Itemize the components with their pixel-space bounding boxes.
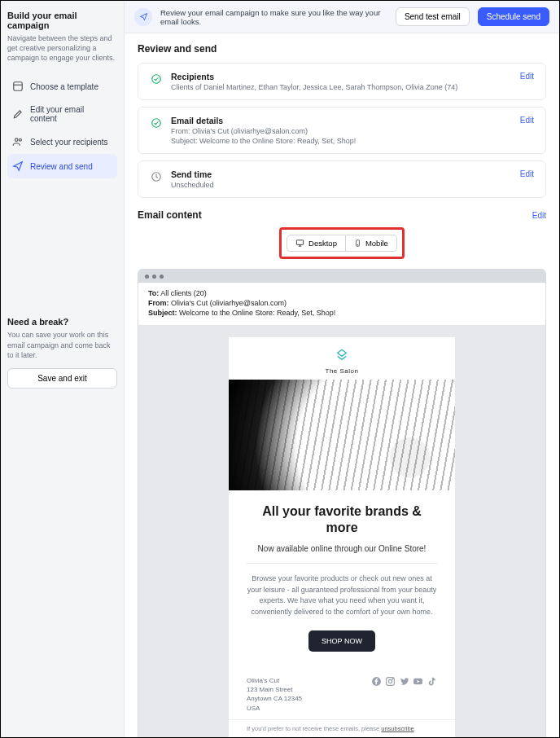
svg-rect-0 [14, 82, 23, 91]
divider [247, 563, 437, 564]
pencil-icon [12, 108, 24, 120]
card-recipients: Recipients Clients of Daniel Martinez, E… [138, 63, 546, 100]
schedule-send-button[interactable]: Schedule send [478, 7, 549, 26]
unsub-text: If you'd prefer to not receive these ema… [247, 725, 381, 732]
addr-name: Olivia's Cut [247, 676, 302, 685]
facebook-icon[interactable] [371, 676, 382, 687]
break-title: Need a break? [7, 317, 117, 327]
from-value: Olivia's Cut (oliviarhye@salon.com) [171, 299, 287, 307]
unsubscribe-line: If you'd prefer to not receive these ema… [229, 719, 455, 737]
template-icon [12, 81, 24, 92]
send-test-email-button[interactable]: Send test email [396, 7, 470, 26]
youtube-icon[interactable] [413, 676, 423, 687]
svg-point-2 [19, 139, 21, 142]
svg-point-12 [392, 679, 393, 679]
desktop-preview-button[interactable]: Desktop [287, 235, 346, 252]
card-title: Recipients [171, 72, 512, 81]
email-headline: All your favorite brands & more [247, 503, 437, 536]
email-canvas: The Salon All your favorite brands & mor… [138, 326, 545, 737]
hero-image [229, 380, 455, 490]
footer-address: Olivia's Cut 123 Main Street Anytown CA … [247, 676, 302, 713]
svg-point-3 [152, 75, 161, 84]
step-choose-template[interactable]: Choose a template [7, 74, 117, 99]
logo-name: The Salon [229, 367, 455, 375]
step-label: Select your recipients [30, 138, 108, 147]
topbar: Review your email campaign to make sure … [125, 1, 559, 33]
step-select-recipients[interactable]: Select your recipients [7, 130, 117, 154]
card-from-line: From: Olivia's Cut (oliviarhye@salon.com… [171, 127, 512, 135]
preview-frame: To: All clients (20) From: Olivia's Cut … [138, 269, 546, 737]
sidebar: Build your email campaign Navigate betwe… [1, 1, 125, 737]
toggle-label: Desktop [308, 239, 337, 248]
from-label: From: [148, 299, 169, 307]
step-label: Review and send [30, 162, 93, 171]
addr-line1: 123 Main Street [247, 685, 302, 694]
subject-label: Subject: [148, 309, 177, 317]
mobile-preview-button[interactable]: Mobile [346, 235, 397, 252]
card-sub: Unscheduled [171, 181, 512, 189]
main: Review your email campaign to make sure … [125, 1, 559, 737]
edit-details-link[interactable]: Edit [520, 116, 534, 125]
step-edit-content[interactable]: Edit your email content [7, 99, 117, 130]
sidebar-title: Build your email campaign [7, 11, 117, 30]
save-and-exit-button[interactable]: Save and exit [7, 368, 117, 389]
svg-point-8 [357, 244, 358, 245]
users-icon [12, 136, 24, 147]
step-label: Choose a template [30, 82, 98, 91]
mobile-icon [354, 239, 361, 248]
card-send-time: Send time Unscheduled Edit [138, 160, 546, 198]
edit-recipients-link[interactable]: Edit [520, 72, 534, 81]
topbar-message: Review your email campaign to make sure … [160, 8, 387, 26]
step-label: Edit your email content [30, 105, 112, 123]
send-icon [134, 8, 152, 26]
send-icon [12, 160, 24, 172]
clock-icon [150, 170, 163, 183]
card-title: Email details [171, 116, 512, 125]
email-content-label: Email content [138, 209, 202, 221]
shop-now-button[interactable]: SHOP NOW [308, 630, 375, 652]
email-body-text: Browse your favorite products or check o… [247, 573, 437, 617]
step-review-send[interactable]: Review and send [7, 154, 117, 178]
card-sub: Clients of Daniel Martinez, Ethan Taylor… [171, 83, 512, 91]
to-label: To: [148, 289, 159, 297]
section-title: Review and send [138, 43, 546, 55]
addr-country: USA [247, 704, 302, 713]
addr-line2: Anytown CA 12345 [247, 694, 302, 703]
subject-value: Welcome to the Online Store: Ready, Set,… [179, 309, 335, 317]
edit-email-content-link[interactable]: Edit [532, 211, 546, 220]
preview-toggle-highlight: Desktop Mobile [279, 227, 405, 259]
instagram-icon[interactable] [385, 676, 396, 687]
svg-point-4 [152, 119, 161, 128]
desktop-icon [295, 239, 304, 248]
social-icons [371, 676, 437, 687]
email-logo: The Salon [229, 337, 455, 380]
card-email-details: Email details From: Olivia's Cut (olivia… [138, 107, 546, 154]
svg-point-11 [388, 679, 392, 683]
check-icon [150, 72, 163, 86]
svg-point-1 [15, 138, 19, 142]
tiktok-icon[interactable] [427, 676, 437, 687]
twitter-icon[interactable] [399, 676, 409, 687]
to-value: All clients (20) [160, 289, 207, 297]
card-subject-line: Subject: Welcome to the Online Store: Re… [171, 137, 512, 145]
email-subhead: Now available online through our Online … [247, 544, 437, 553]
salon-logo-icon [335, 349, 348, 362]
svg-rect-6 [296, 240, 303, 245]
window-traffic-lights [138, 270, 545, 283]
preview-meta: To: All clients (20) From: Olivia's Cut … [138, 283, 545, 326]
break-subtitle: You can save your work on this email cam… [7, 330, 117, 359]
unsubscribe-link[interactable]: unsubscribe [381, 725, 413, 732]
toggle-label: Mobile [365, 239, 388, 248]
edit-sendtime-link[interactable]: Edit [520, 169, 534, 178]
sidebar-subtitle: Navigate between the steps and get creat… [7, 33, 117, 63]
card-title: Send time [171, 169, 512, 179]
content-scroll[interactable]: Review and send Recipients Clients of Da… [125, 33, 559, 737]
email-preview: The Salon All your favorite brands & mor… [229, 337, 455, 737]
check-icon [150, 116, 163, 130]
